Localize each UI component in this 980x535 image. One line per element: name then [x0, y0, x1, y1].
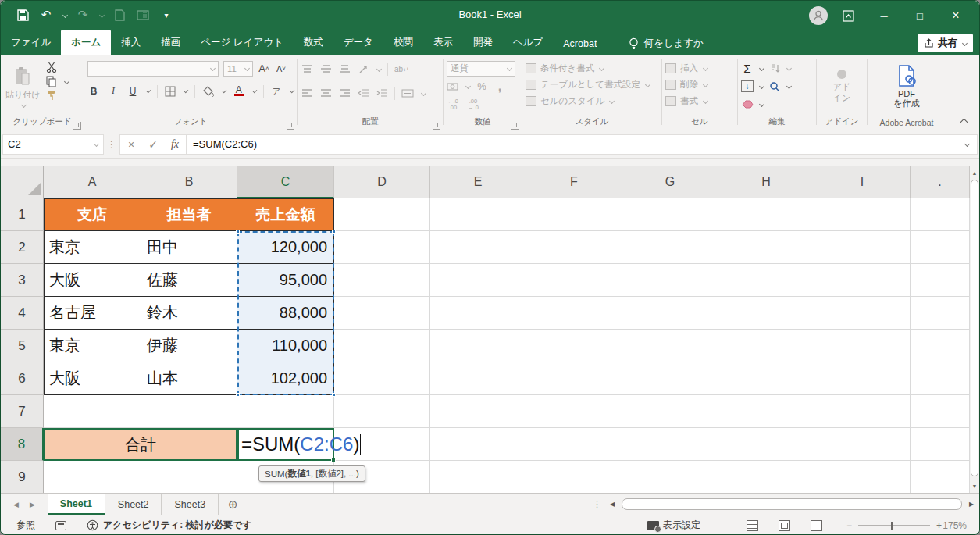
prev-sheet-icon[interactable]: ◀ — [13, 501, 19, 508]
macro-record-icon[interactable] — [55, 521, 66, 530]
cell-F5[interactable] — [526, 330, 622, 362]
merge-center-chevron-icon[interactable] — [421, 91, 426, 96]
alignment-dialog-launcher[interactable] — [433, 122, 440, 130]
accounting-format-button[interactable] — [447, 80, 459, 94]
row-header-5[interactable]: 5 — [1, 330, 44, 362]
align-center-button[interactable] — [319, 87, 332, 101]
row-header-6[interactable]: 6 — [1, 362, 44, 395]
cell-H1[interactable] — [718, 198, 814, 231]
sheet-tab-sheet2[interactable]: Sheet2 — [105, 494, 162, 515]
fill-handle[interactable] — [331, 458, 336, 462]
cell-H9[interactable] — [718, 461, 814, 493]
create-pdf-button[interactable]: PDF を作成 — [868, 59, 946, 115]
find-select-chevron-icon[interactable] — [786, 84, 792, 89]
italic-button[interactable]: I — [107, 84, 119, 98]
cell-A2[interactable]: 東京 — [44, 231, 141, 264]
scroll-down-icon[interactable]: ▼ — [969, 480, 980, 492]
font-name-combo[interactable] — [87, 61, 219, 77]
column-header-D[interactable]: D — [334, 166, 430, 198]
cell-B4[interactable]: 鈴木 — [141, 297, 237, 330]
cell-C5[interactable]: 110,000 — [237, 330, 334, 362]
cell-G6[interactable] — [622, 362, 718, 395]
paste-button[interactable]: 貼り付け — [1, 59, 45, 115]
insert-function-button[interactable]: fx — [164, 138, 186, 151]
row-header-8[interactable]: 8 — [1, 428, 44, 461]
next-sheet-icon[interactable]: ▶ — [30, 501, 35, 508]
format-cells-button[interactable]: 書式 — [662, 93, 737, 109]
cell-H4[interactable] — [718, 297, 814, 330]
cell-D7[interactable] — [334, 395, 430, 428]
cell-G7[interactable] — [622, 395, 718, 428]
tab-help[interactable]: ヘルプ — [503, 30, 553, 55]
decrease-font-button[interactable]: A˅ — [275, 62, 287, 76]
cell-G2[interactable] — [622, 231, 718, 264]
cell-F7[interactable] — [526, 395, 622, 428]
customize-qat-icon[interactable]: ▾ — [159, 7, 174, 23]
formula-bar-handle[interactable]: ⋮ — [104, 139, 119, 150]
borders-chevron-icon[interactable] — [184, 89, 189, 94]
account-avatar[interactable] — [809, 6, 828, 25]
cell-ext5[interactable] — [911, 330, 970, 362]
cell-E8[interactable] — [430, 428, 526, 461]
cancel-formula-button[interactable]: × — [120, 138, 142, 151]
copy-button[interactable] — [45, 74, 58, 88]
cell-E6[interactable] — [430, 362, 526, 395]
cell-H8[interactable] — [718, 428, 814, 461]
underline-chevron-icon[interactable] — [147, 89, 151, 94]
cell-ext7[interactable] — [911, 395, 970, 428]
undo-icon[interactable]: ↶ — [38, 7, 54, 23]
accessibility-status[interactable]: アクセシビリティ: 検討が必要です — [87, 519, 251, 532]
cell-H7[interactable] — [718, 395, 814, 428]
cell-B5[interactable]: 伊藤 — [141, 330, 237, 362]
tab-developer[interactable]: 開発 — [463, 30, 503, 55]
cell-A9[interactable] — [44, 461, 141, 493]
clear-chevron-icon[interactable] — [759, 102, 764, 107]
cell-C4[interactable]: 88,000 — [237, 297, 334, 330]
cell-F9[interactable] — [526, 461, 622, 493]
column-header-C[interactable]: C — [237, 166, 334, 198]
ribbon-display-options-icon[interactable] — [832, 4, 864, 27]
cell-F6[interactable] — [526, 362, 622, 395]
column-header-B[interactable]: B — [141, 166, 237, 198]
cell-E9[interactable] — [430, 461, 526, 493]
expand-formula-bar-icon[interactable] — [964, 141, 970, 147]
save-icon[interactable] — [15, 7, 30, 23]
tab-view[interactable]: 表示 — [423, 30, 463, 55]
orientation-button[interactable] — [357, 62, 369, 77]
tab-home[interactable]: ホーム — [61, 30, 111, 55]
sort-filter-button[interactable] — [768, 62, 781, 76]
increase-decimal-button[interactable]: ←.0.00 — [447, 98, 459, 112]
cell-A8-total[interactable]: 合計 — [44, 428, 237, 461]
hscroll-left-icon[interactable]: ◀ — [606, 498, 618, 512]
cell-I6[interactable] — [814, 362, 911, 395]
page-layout-view-icon[interactable] — [779, 520, 790, 531]
cell-I3[interactable] — [814, 264, 911, 297]
cell-F2[interactable] — [526, 231, 622, 264]
new-sheet-icon[interactable]: ⊕ — [219, 494, 248, 515]
cell-I1[interactable] — [814, 198, 911, 231]
cell-B3[interactable]: 佐藤 — [141, 264, 237, 297]
cell-C3[interactable]: 95,000 — [237, 264, 334, 297]
font-color-button[interactable]: A — [233, 84, 245, 98]
accounting-chevron-icon[interactable] — [465, 84, 471, 89]
zoom-slider[interactable] — [858, 525, 930, 526]
autosum-chevron-icon[interactable] — [759, 66, 764, 71]
cell-A6[interactable]: 大阪 — [44, 362, 141, 395]
cell-B9[interactable] — [141, 461, 237, 493]
percent-style-button[interactable]: % — [476, 80, 488, 94]
cell-C8-editing[interactable]: =SUM(C2:C6) — [237, 428, 334, 461]
cell-ext9[interactable] — [911, 461, 970, 493]
increase-font-button[interactable]: A˄ — [258, 62, 270, 76]
phonetic-guide-button[interactable]: ア — [270, 84, 283, 98]
autosum-button[interactable]: Σ — [741, 62, 754, 76]
fill-color-chevron-icon[interactable] — [222, 89, 226, 94]
cell-D5[interactable] — [334, 330, 430, 362]
clear-button[interactable] — [741, 98, 754, 112]
column-header-partial[interactable]: . — [911, 166, 970, 198]
column-header-I[interactable]: I — [814, 166, 911, 198]
tab-file[interactable]: ファイル — [1, 30, 61, 55]
cell-H2[interactable] — [718, 231, 814, 264]
cell-D6[interactable] — [334, 362, 430, 395]
cell-I9[interactable] — [814, 461, 911, 493]
cell-F8[interactable] — [526, 428, 622, 461]
